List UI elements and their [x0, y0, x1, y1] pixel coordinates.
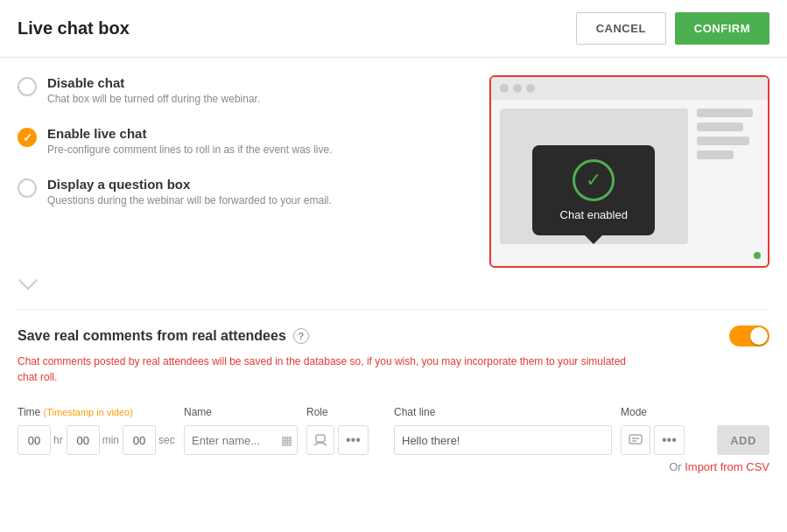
col-header-mode: Mode [621, 406, 708, 418]
import-row: Or Import from CSV [18, 460, 769, 473]
radio-enable[interactable]: ✓ [18, 128, 37, 147]
preview-main-area: ✓ Chat enabled [500, 108, 688, 244]
add-button[interactable]: ADD [717, 425, 769, 455]
chatline-input-wrap [394, 425, 612, 455]
col-header-add [717, 406, 769, 418]
save-description: Chat comments posted by real attendees w… [18, 354, 630, 385]
toggle-knob [750, 327, 768, 345]
page-title: Live chat box [18, 18, 130, 38]
browser-bar [491, 77, 768, 100]
time-min-group: min [67, 425, 119, 455]
sidebar-line-3 [697, 136, 750, 145]
option-question-box[interactable]: Display a question box Questions during … [18, 177, 463, 206]
time-sec-group: sec [123, 425, 175, 455]
save-desc-highlight: real attendees [143, 355, 209, 368]
import-csv-link[interactable]: Import from CSV [685, 460, 769, 473]
col-header-chatline: Chat line [394, 406, 612, 418]
save-title-text: Save real comments from real attendees [18, 328, 286, 344]
mode-dots-button[interactable]: ••• [654, 425, 685, 455]
header-actions: CANCEL CONFIRM [576, 12, 769, 45]
option-question-title: Display a question box [47, 177, 332, 192]
radio-question[interactable] [18, 178, 37, 198]
col-header-name: Name [184, 406, 298, 418]
option-disable-chat[interactable]: Disable chat Chat box will be turned off… [18, 75, 463, 105]
cancel-button[interactable]: CANCEL [576, 12, 666, 45]
import-prefix: Or [669, 460, 685, 473]
mode-icon-button[interactable] [621, 425, 650, 455]
name-person-icon: ▦ [281, 433, 292, 447]
inputs-row: hr min sec ▦ •• [18, 425, 769, 455]
time-min-label: min [102, 434, 119, 446]
role-icon-button[interactable] [306, 425, 334, 455]
save-desc-prefix: Chat comments posted by [18, 355, 143, 368]
option-enable-title: Enable live chat [47, 126, 332, 141]
browser-dot-3 [526, 84, 535, 93]
save-title: Save real comments from real attendees ? [18, 328, 309, 344]
options-column: Disable chat Chat box will be turned off… [18, 75, 472, 268]
main-content: Disable chat Chat box will be turned off… [0, 58, 787, 491]
time-hr-input[interactable] [18, 425, 51, 455]
radio-disable[interactable] [18, 77, 37, 96]
browser-dot-2 [513, 84, 522, 93]
option-enable-chat[interactable]: ✓ Enable live chat Pre-configure comment… [18, 126, 463, 156]
option-disable-desc: Chat box will be turned off during the w… [47, 93, 260, 105]
browser-dot-1 [500, 84, 509, 93]
option-enable-desc: Pre-configure comment lines to roll in a… [47, 144, 332, 156]
inputs-header: Time (Timestamp in video) Name Role Chat… [18, 406, 769, 418]
save-toggle[interactable] [729, 326, 769, 346]
preview-sidebar [697, 108, 760, 244]
confirm-button[interactable]: CONFIRM [675, 12, 769, 45]
save-section: Save real comments from real attendees ?… [18, 309, 769, 385]
preview-green-dot [754, 252, 761, 259]
chat-enabled-label: Chat enabled [553, 208, 634, 221]
option-disable-title: Disable chat [47, 75, 260, 90]
sidebar-line-2 [697, 122, 744, 131]
chat-inputs: Time (Timestamp in video) Name Role Chat… [18, 406, 769, 455]
check-mark-icon: ✓ [586, 169, 601, 192]
sidebar-line-1 [697, 108, 753, 117]
svg-rect-0 [316, 435, 325, 442]
divider-arrow [18, 276, 769, 295]
time-inputs: hr min sec [18, 425, 175, 455]
mode-wrap: ••• [621, 425, 708, 455]
check-circle: ✓ [573, 159, 615, 201]
help-icon[interactable]: ? [293, 328, 309, 344]
time-hr-group: hr [18, 425, 63, 455]
svg-rect-1 [629, 435, 642, 444]
save-header: Save real comments from real attendees ? [18, 326, 769, 346]
radio-check-icon: ✓ [23, 131, 32, 144]
chatline-input[interactable] [394, 425, 612, 455]
header: Live chat box CANCEL CONFIRM [0, 0, 787, 58]
role-dots-button[interactable]: ••• [338, 425, 369, 455]
role-input-wrap: ••• [306, 425, 385, 455]
time-sec-input[interactable] [123, 425, 156, 455]
time-hr-label: hr [53, 434, 63, 446]
time-min-input[interactable] [67, 425, 100, 455]
preview-column: ✓ Chat enabled [489, 75, 769, 268]
name-input-wrap: ▦ [184, 425, 298, 455]
chat-enabled-overlay: ✓ Chat enabled [532, 145, 655, 235]
top-section: Disable chat Chat box will be turned off… [18, 75, 769, 268]
option-question-desc: Questions during the webinar will be for… [47, 194, 332, 206]
sidebar-line-4 [697, 150, 734, 159]
preview-box: ✓ Chat enabled [489, 75, 769, 268]
col-header-role: Role [306, 406, 385, 418]
time-sec-label: sec [158, 434, 175, 446]
col-header-time: Time (Timestamp in video) [18, 406, 175, 418]
preview-content: ✓ Chat enabled [491, 100, 768, 253]
